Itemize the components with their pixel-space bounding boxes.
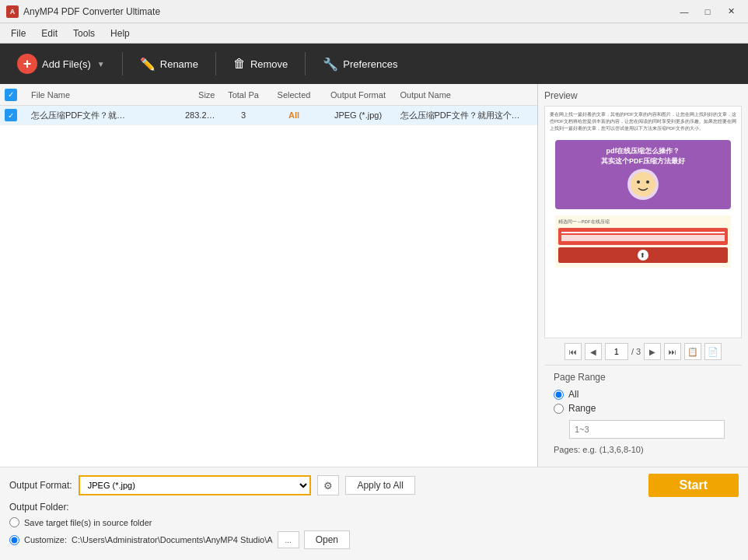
cell-filename: 怎么压缩PDF文件？就… xyxy=(28,110,164,121)
preview-export-button[interactable]: 📄 xyxy=(704,343,722,360)
separator-1 xyxy=(122,52,123,75)
svg-point-2 xyxy=(646,180,649,184)
toolbar: + Add File(s) ▼ ✏️ Rename 🗑 Remove 🔧 Pre… xyxy=(0,44,748,84)
radio-all[interactable] xyxy=(554,390,564,400)
output-format-label: Output Format: xyxy=(9,480,72,491)
row-checkbox[interactable]: ✓ xyxy=(5,109,17,121)
radio-range[interactable] xyxy=(554,404,564,414)
ellipsis-button[interactable]: ... xyxy=(278,531,299,548)
preferences-button[interactable]: 🔧 Preferences xyxy=(312,52,408,76)
preview-subtitle: 精选同一～PDF在线压缩 xyxy=(558,219,729,226)
save-source-row: Save target file(s) in source folder xyxy=(9,517,739,527)
range-hint: Pages: e.g. (1,3,6,8-10) xyxy=(554,445,732,454)
title-bar: A AnyMP4 PDF Converter Ultimate — □ ✕ xyxy=(0,0,748,23)
preferences-icon: 🔧 xyxy=(323,57,338,72)
add-dropdown-arrow: ▼ xyxy=(97,60,105,68)
menu-help[interactable]: Help xyxy=(103,26,138,40)
remove-button[interactable]: 🗑 Remove xyxy=(222,52,299,75)
output-format-row: Output Format: JPEG (*.jpg) ⚙ Apply to A… xyxy=(9,474,739,497)
rename-label: Rename xyxy=(160,58,198,70)
col-selected: Selected xyxy=(269,90,320,100)
close-button[interactable]: ✕ xyxy=(720,3,742,20)
preview-banner-text-2: 其实这个PDF压缩方法最好 xyxy=(561,156,725,166)
col-total: Total Pa xyxy=(218,90,269,100)
preview-text-1: 要在网上找一篇好看的文章，其他的PDF文章的内容和图片，让您在网上找到好的文章，… xyxy=(550,111,736,132)
main-area: ✓ File Name Size Total Pa Selected Outpu… xyxy=(0,84,748,467)
maximize-button[interactable]: □ xyxy=(697,3,718,20)
svg-point-0 xyxy=(631,172,655,197)
page-range-title: Page Range xyxy=(554,372,732,383)
preview-avatar xyxy=(627,169,659,200)
start-button[interactable]: Start xyxy=(648,474,739,497)
separator-3 xyxy=(305,52,306,75)
table-row[interactable]: ✓ 怎么压缩PDF文件？就… 283.2… 3 All JPEG (*.jpg)… xyxy=(0,106,537,125)
menu-tools[interactable]: Tools xyxy=(65,26,103,40)
preview-doc-top: 要在网上找一篇好看的文章，其他的PDF文章的内容和图片，让您在网上找到好的文章，… xyxy=(545,107,741,137)
preferences-label: Preferences xyxy=(343,58,397,70)
preview-btn-block: ⬆ xyxy=(558,247,729,263)
col-filename: File Name xyxy=(28,90,164,100)
preview-banner-text-1: pdf在线压缩怎么操作？ xyxy=(561,146,725,156)
preview-panel: Preview 要在网上找一篇好看的文章，其他的PDF文章的内容和图片，让您在网… xyxy=(538,84,748,467)
preview-first-button[interactable]: ⏮ xyxy=(564,343,582,360)
preview-copy-button[interactable]: 📋 xyxy=(684,343,701,360)
save-source-label: Save target file(s) in source folder xyxy=(24,518,152,527)
file-list-area: ✓ File Name Size Total Pa Selected Outpu… xyxy=(0,84,538,467)
radio-range-item[interactable]: Range xyxy=(554,403,732,414)
header-checkbox[interactable]: ✓ xyxy=(5,89,17,101)
add-icon: + xyxy=(17,54,37,74)
preview-page-total: / 3 xyxy=(631,347,641,356)
radio-range-label: Range xyxy=(568,403,596,414)
save-custom-radio[interactable] xyxy=(9,535,19,545)
col-size: Size xyxy=(164,90,218,100)
cell-size: 283.2… xyxy=(164,110,218,120)
preview-prev-button[interactable]: ◀ xyxy=(585,343,602,360)
separator-2 xyxy=(215,52,216,75)
app-title: AnyMP4 PDF Converter Ultimate xyxy=(23,6,673,17)
preview-last-button[interactable]: ⏭ xyxy=(664,343,681,360)
preview-label: Preview xyxy=(544,90,742,101)
range-input[interactable] xyxy=(569,420,725,439)
preview-bottom-doc: 精选同一～PDF在线压缩 ⬆ xyxy=(555,215,732,268)
cell-selected: All xyxy=(269,110,320,120)
preview-red-block xyxy=(558,228,729,245)
output-folder-label: Output Folder: xyxy=(9,502,69,513)
rename-button[interactable]: ✏️ Rename xyxy=(129,52,209,76)
output-folder-row: Output Folder: xyxy=(9,502,739,513)
open-folder-button[interactable]: Open xyxy=(304,530,350,549)
window-controls: — □ ✕ xyxy=(673,3,742,20)
menu-bar: File Edit Tools Help xyxy=(0,23,748,44)
radio-all-item[interactable]: All xyxy=(554,389,732,400)
col-format: Output Format xyxy=(320,90,397,100)
minimize-button[interactable]: — xyxy=(673,3,695,20)
radio-group: All Range Pages: e.g. (1,3,6,8-10) xyxy=(554,389,732,454)
preview-page-input[interactable] xyxy=(605,343,628,360)
col-output: Output Name xyxy=(397,90,533,100)
rename-icon: ✏️ xyxy=(140,57,156,72)
preview-next-button[interactable]: ▶ xyxy=(644,343,661,360)
preview-image: 要在网上找一篇好看的文章，其他的PDF文章的内容和图片，让您在网上找到好的文章，… xyxy=(544,106,742,338)
format-settings-button[interactable]: ⚙ xyxy=(317,475,339,495)
preview-controls: ⏮ ◀ / 3 ▶ ⏭ 📋 📄 xyxy=(544,338,742,365)
remove-icon: 🗑 xyxy=(233,57,246,71)
menu-file[interactable]: File xyxy=(3,26,33,40)
app-icon: A xyxy=(6,5,19,18)
save-path-text: C:\Users\Administrator\Documents\AnyMP4 … xyxy=(72,535,273,544)
save-custom-row: Customize: C:\Users\Administrator\Docume… xyxy=(9,530,739,549)
save-source-radio[interactable] xyxy=(9,517,19,527)
menu-edit[interactable]: Edit xyxy=(33,26,65,40)
radio-all-label: All xyxy=(568,389,578,400)
cell-output: 怎么压缩PDF文件？就用这个… xyxy=(397,110,533,121)
page-range-panel: Page Range All Range Pages: e.g. (1,3,6,… xyxy=(544,365,742,460)
add-files-button[interactable]: + Add File(s) ▼ xyxy=(6,49,116,79)
cell-format: JPEG (*.jpg) xyxy=(320,110,397,120)
bottom-bar: Output Format: JPEG (*.jpg) ⚙ Apply to A… xyxy=(0,467,748,560)
preview-content: 要在网上找一篇好看的文章，其他的PDF文章的内容和图片，让您在网上找到好的文章，… xyxy=(545,107,741,338)
add-files-label: Add File(s) xyxy=(42,58,91,70)
format-select[interactable]: JPEG (*.jpg) xyxy=(79,475,312,495)
save-options: Save target file(s) in source folder Cus… xyxy=(9,517,739,549)
cell-total: 3 xyxy=(218,110,269,120)
apply-to-all-button[interactable]: Apply to All xyxy=(345,476,414,495)
remove-label: Remove xyxy=(250,58,288,70)
save-custom-label: Customize: xyxy=(24,535,67,544)
